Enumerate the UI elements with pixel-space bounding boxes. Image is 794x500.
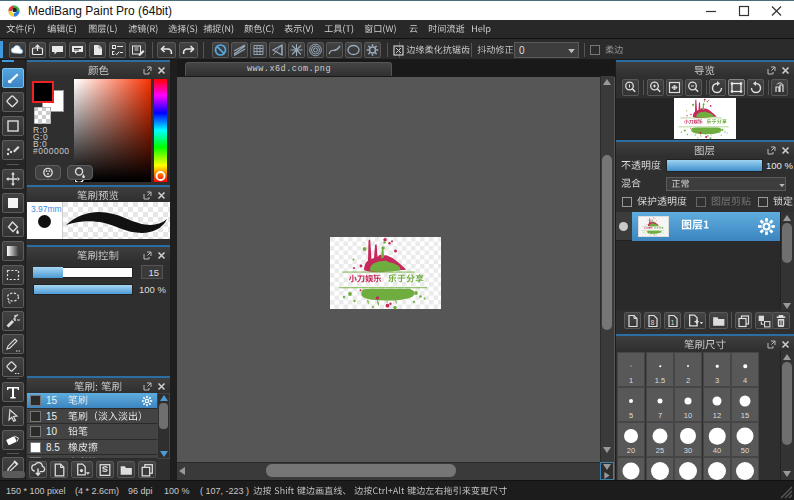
svg-text:8: 8 [651, 319, 655, 326]
svg-text:1: 1 [671, 319, 675, 326]
